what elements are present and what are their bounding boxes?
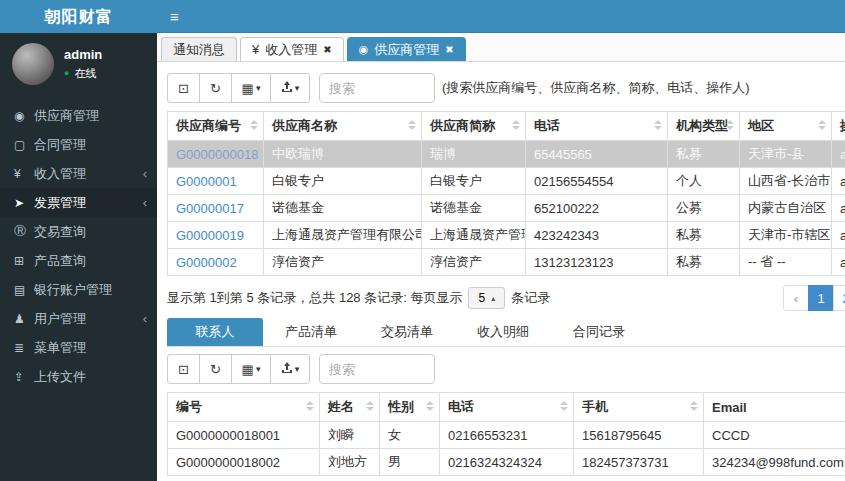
tab-bar: 通知消息 ¥ 收入管理 ✖ ◉ 供应商管理 ✖ bbox=[157, 33, 845, 62]
sort-icon bbox=[306, 401, 314, 411]
pagination-toggle-button[interactable]: ⊡ bbox=[167, 354, 200, 384]
cell-mobile: 15618795645 bbox=[574, 422, 704, 449]
tab-contract-records[interactable]: 合同记录 bbox=[551, 318, 647, 346]
tab-income[interactable]: ¥ 收入管理 ✖ bbox=[240, 37, 344, 61]
supplier-id-link[interactable]: G00000017 bbox=[176, 201, 244, 216]
refresh-button[interactable]: ↻ bbox=[199, 73, 232, 103]
cell-name: 刘地方 bbox=[320, 449, 380, 476]
grid-icon: ▦ bbox=[242, 362, 254, 377]
tab-product-list[interactable]: 产品清单 bbox=[263, 318, 359, 346]
bank-icon: ▤ bbox=[14, 283, 34, 297]
tab-notifications[interactable]: 通知消息 bbox=[161, 37, 237, 61]
sidebar-item-users[interactable]: ♟ 用户管理 ‹ bbox=[0, 304, 157, 333]
pagination-page-1[interactable]: 1 bbox=[808, 285, 834, 311]
sidebar-item-menus[interactable]: ≣ 菜单管理 bbox=[0, 333, 157, 362]
supplier-id-link[interactable]: G0000000018 bbox=[176, 147, 258, 162]
page-size-select[interactable]: 5 ▴ bbox=[468, 287, 505, 309]
refresh-icon: ↻ bbox=[210, 81, 221, 96]
sort-icon bbox=[560, 401, 568, 411]
sort-icon bbox=[426, 401, 434, 411]
supplier-row[interactable]: G00000017 诺德基金 诺德基金 652100222 公募 内蒙古自治区 … bbox=[168, 195, 845, 222]
column-header-supplier-id[interactable]: 供应商编号 bbox=[168, 112, 264, 141]
pagination-info: 显示第 1到第 5 条记录，总共 128 条记录: 每页显示 5 ▴ 条记录 bbox=[167, 287, 550, 309]
supplier-row[interactable]: G0000001 白银专户 白银专户 02156554554 个人 山西省-长治… bbox=[168, 168, 845, 195]
sort-icon bbox=[250, 120, 258, 130]
supplier-id-link[interactable]: G0000002 bbox=[176, 255, 237, 270]
sidebar-item-suppliers[interactable]: ◉ 供应商管理 bbox=[0, 101, 157, 130]
sidebar-item-upload[interactable]: ⇪ 上传文件 bbox=[0, 362, 157, 391]
cell-email: 324234@998fund.com bbox=[704, 449, 845, 476]
tab-income-detail[interactable]: 收入明细 bbox=[455, 318, 551, 346]
yen-icon: ¥ bbox=[252, 42, 259, 57]
contacts-search-input[interactable] bbox=[319, 354, 435, 384]
column-header-phone[interactable]: 电话 bbox=[440, 393, 574, 422]
cell-org-type: 私募 bbox=[668, 141, 740, 168]
column-header-email[interactable]: Email bbox=[704, 393, 845, 422]
cell-operator: admin bbox=[832, 141, 845, 168]
column-header-phone[interactable]: 电话 bbox=[526, 112, 668, 141]
contact-row[interactable]: G0000000018001 刘瞬 女 02166553231 15618795… bbox=[168, 422, 845, 449]
contact-row[interactable]: G0000000018002 刘地方 男 0216324324324 18245… bbox=[168, 449, 845, 476]
cell-mobile: 182457373731 bbox=[574, 449, 704, 476]
supplier-table: 供应商编号 供应商名称 供应商简称 电话 机构类型 地区 操作人 G000000… bbox=[167, 111, 845, 276]
column-header-supplier-name[interactable]: 供应商名称 bbox=[264, 112, 422, 141]
cell-supplier-short-name: 淳信资产 bbox=[422, 249, 526, 276]
cell-supplier-name: 白银专户 bbox=[264, 168, 422, 195]
column-header-operator[interactable]: 操作人 bbox=[832, 112, 845, 141]
user-panel: admin ● 在线 bbox=[0, 33, 157, 97]
hamburger-icon[interactable]: ≡ bbox=[170, 8, 179, 25]
supplier-search-input[interactable] bbox=[319, 73, 435, 103]
close-icon[interactable]: ✖ bbox=[323, 44, 331, 55]
column-header-name[interactable]: 姓名 bbox=[320, 393, 380, 422]
cell-gender: 女 bbox=[380, 422, 440, 449]
supplier-toolbar: ⊡ ↻ ▦ ▾ ▾ (搜索供应商编号、供应商名称、简称、电话、操作人) bbox=[167, 73, 845, 103]
caret-down-icon: ▾ bbox=[256, 364, 261, 374]
sidebar-item-invoices[interactable]: ➤ 发票管理 ‹ bbox=[0, 188, 157, 217]
sidebar-item-contracts[interactable]: ▢ 合同管理 bbox=[0, 130, 157, 159]
pagination-toggle-button[interactable]: ⊡ bbox=[167, 73, 200, 103]
export-icon bbox=[281, 362, 293, 377]
sidebar-item-bank-accounts[interactable]: ▤ 银行账户管理 bbox=[0, 275, 157, 304]
product-icon: ⊞ bbox=[14, 254, 34, 268]
column-header-contact-id[interactable]: 编号 bbox=[168, 393, 320, 422]
columns-button[interactable]: ▦ ▾ bbox=[231, 73, 271, 103]
column-header-mobile[interactable]: 手机 bbox=[574, 393, 704, 422]
column-header-supplier-short-name[interactable]: 供应商简称 bbox=[422, 112, 526, 141]
refresh-button[interactable]: ↻ bbox=[199, 354, 232, 384]
supplier-row[interactable]: G0000002 淳信资产 淳信资产 13123123123 私募 -- 省 -… bbox=[168, 249, 845, 276]
column-header-region[interactable]: 地区 bbox=[740, 112, 832, 141]
cell-phone: 02156554554 bbox=[526, 168, 668, 195]
cell-org-type: 私募 bbox=[668, 249, 740, 276]
columns-button[interactable]: ▦ ▾ bbox=[231, 354, 271, 384]
column-header-org-type[interactable]: 机构类型 bbox=[668, 112, 740, 141]
column-header-gender[interactable]: 性别 bbox=[380, 393, 440, 422]
supplier-id-link[interactable]: G00000019 bbox=[176, 228, 244, 243]
sort-icon bbox=[512, 120, 520, 130]
tab-transaction-list[interactable]: 交易清单 bbox=[359, 318, 455, 346]
close-icon[interactable]: ✖ bbox=[445, 44, 453, 55]
pager: ‹ 1 2 bbox=[784, 285, 845, 311]
main-area: ≡ 通知消息 ¥ 收入管理 ✖ ◉ 供应商管理 ✖ ⊡ bbox=[157, 0, 845, 481]
sidebar-item-products[interactable]: ⊞ 产品查询 bbox=[0, 246, 157, 275]
pagination-prev-button[interactable]: ‹ bbox=[783, 285, 809, 311]
sort-icon bbox=[408, 120, 416, 130]
tab-suppliers[interactable]: ◉ 供应商管理 ✖ bbox=[347, 37, 466, 61]
cell-name: 刘瞬 bbox=[320, 422, 380, 449]
detail-tabs: 联系人 产品清单 交易清单 收入明细 合同记录 bbox=[167, 318, 845, 347]
chevron-left-icon: ‹ bbox=[143, 195, 147, 210]
supplier-row-selected[interactable]: G0000000018 中欧瑞博 瑞博 65445565 私募 天津市-县 ad… bbox=[168, 141, 845, 168]
cell-region: 山西省-长治市 bbox=[740, 168, 832, 195]
sidebar-item-income[interactable]: ¥ 收入管理 ‹ bbox=[0, 159, 157, 188]
supplier-id-link[interactable]: G0000001 bbox=[176, 174, 237, 189]
tab-contacts[interactable]: 联系人 bbox=[167, 318, 263, 346]
yen-icon: ¥ bbox=[14, 167, 34, 181]
cell-phone: 02166553231 bbox=[440, 422, 574, 449]
supplier-row[interactable]: G00000019 上海通晟资产管理有限公司 上海通晟资产管理有限公司 4232… bbox=[168, 222, 845, 249]
pagination-page-2[interactable]: 2 bbox=[833, 285, 845, 311]
sidebar-item-transactions[interactable]: Ⓡ 交易查询 bbox=[0, 217, 157, 246]
cell-supplier-name: 上海通晟资产管理有限公司 bbox=[264, 222, 422, 249]
sort-icon bbox=[726, 120, 734, 130]
export-button[interactable]: ▾ bbox=[270, 354, 310, 384]
export-button[interactable]: ▾ bbox=[270, 73, 310, 103]
cell-org-type: 个人 bbox=[668, 168, 740, 195]
